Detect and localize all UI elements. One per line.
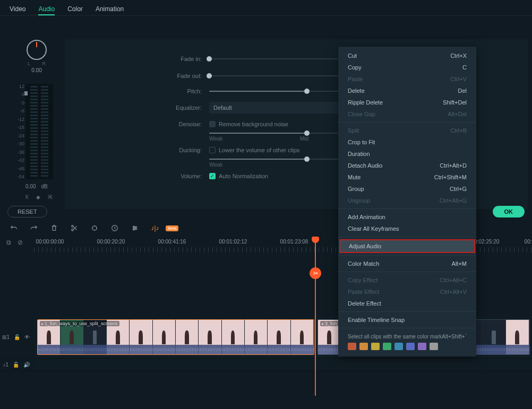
svg-point-4 [133,226,135,228]
tab-color[interactable]: Color [67,5,83,15]
auto-normalize-checkbox[interactable]: ✓ [209,173,216,179]
tick: -48 [16,166,24,171]
split-icon[interactable] [70,224,79,232]
svg-point-6 [133,229,135,230]
pan-knob-area: L R 0.00 [20,40,53,73]
auto-normalize-label: Auto Normalization [219,173,268,179]
crop-icon[interactable] [90,224,99,232]
video-clip-1[interactable]: 1_fun_ways_to_use_split_screens [37,319,314,355]
mute-icon[interactable]: 🔊 [23,362,30,368]
denoise-mid: Mid [300,136,308,142]
lock-icon[interactable]: 🔓 [14,334,20,340]
meter-bar-l [30,86,38,177]
skip-end-icon[interactable]: Ж [48,194,53,200]
ctx-mute[interactable]: MuteCtrl+Shift+M [338,171,476,183]
tick: -36 [16,150,24,155]
swatch[interactable] [348,343,356,350]
link-icon[interactable]: ⊘ [18,239,23,246]
track-label: ⊞1 [2,334,10,340]
playhead-cut-icon[interactable]: ✂ [310,267,321,279]
nest-icon[interactable]: ⧉ [6,239,11,246]
denoise-weak: Weak [209,136,222,142]
ruler-time: 00:01:02:12 [219,239,247,245]
tick: -18 [16,125,24,130]
ruler-time: 00:00:00:00 [36,239,64,245]
panel-tabs: Video Audio Color Animation [0,0,532,16]
tab-animation[interactable]: Animation [96,5,124,15]
tick: -24 [16,133,24,138]
undo-icon[interactable] [10,224,18,232]
context-menu: CutCtrl+X CopyC PasteCtrl+V DeleteDel Ri… [338,47,476,356]
ctx-copy-effect: Copy EffectCtrl+Alt+C [338,274,476,286]
ctx-crop-fit[interactable]: Crop to Fit [338,136,476,148]
swatch[interactable] [418,343,426,350]
speed-icon[interactable] [110,224,119,232]
ctx-enable-snap[interactable]: Enable Timeline Snap [338,314,476,326]
ctx-copy[interactable]: CopyC [338,62,476,73]
tick: -42 [16,158,24,163]
meter-ticks: 12 6 0 -6 -12 -18 -24 -30 -36 -42 -48 -5… [16,84,25,179]
playhead[interactable]: ✂ [315,237,316,396]
tick: 6 [16,92,24,97]
ruler-time: 00:00:41:16 [158,239,186,245]
swatch[interactable] [406,343,415,350]
swatch[interactable] [371,343,380,350]
delete-icon[interactable] [50,224,58,232]
keyframe-icon[interactable]: ◆ [36,194,40,200]
tick: -30 [16,141,24,146]
ctx-detach-audio[interactable]: Detach AudioCtrl+Alt+D [338,160,476,171]
ruler-time: 00:00:20:20 [97,239,125,245]
pan-value: 0.00 [20,67,53,73]
ctx-ungroup: UngroupCtrl+Alt+G [338,195,476,206]
lock-icon[interactable]: 🔓 [13,362,19,368]
ctx-adjust-audio[interactable]: Adjust Audio [339,239,475,253]
ctx-duration[interactable]: Duration [338,148,476,160]
ctx-color-match[interactable]: Color MatchAlt+M [338,258,476,269]
ducking-weak: Weak [209,162,222,168]
denoise-check-label: Remove background noise [219,121,288,127]
meter-bars[interactable] [25,84,53,179]
ctx-clear-keyframes[interactable]: Clear All Keyframes [338,223,476,234]
volume-label: Volume: [173,173,202,179]
swatch[interactable] [430,343,438,350]
pitch-label: Pitch: [173,88,202,94]
visibility-icon[interactable]: 👁 [24,334,30,340]
redo-icon[interactable] [30,224,38,232]
meter-value: 0.00 [25,184,36,189]
ctx-delete-effect[interactable]: Delete Effect [338,298,476,309]
level-meter: 12 6 0 -6 -12 -18 -24 -30 -36 -42 -48 -5… [16,84,53,179]
ducking-checkbox[interactable] [209,147,216,153]
color-swatches [338,342,476,353]
audio-track-body[interactable] [34,359,532,371]
reset-button[interactable]: RESET [7,206,47,217]
ctx-delete[interactable]: DeleteDel [338,85,476,97]
tick: 0 [16,100,24,106]
svg-point-5 [135,228,136,229]
swatch[interactable] [383,343,391,350]
ok-button[interactable]: OK [493,206,525,217]
ducking-check-label: Lower the volume of other clips [219,147,299,153]
tick: -54 [16,174,24,179]
equalizer-label: Equalizer: [173,105,202,111]
audio-icon[interactable]: ♪|♪ [151,224,159,232]
swatch[interactable] [359,343,368,350]
settings-icon[interactable] [131,224,139,232]
denoise-checkbox[interactable] [209,121,216,127]
ctx-cut[interactable]: CutCtrl+X [338,50,476,62]
denoise-label: Denoise: [173,121,202,127]
ctx-ripple-delete[interactable]: Ripple DeleteShift+Del [338,97,476,108]
svg-point-1 [72,229,74,231]
fade-in-label: Fade in: [173,56,202,62]
skip-start-icon[interactable]: К [25,194,29,200]
ruler-time: 00:02:46:16 [525,239,532,245]
tab-audio[interactable]: Audio [38,5,55,15]
beta-badge: Beta [166,225,178,231]
tab-video[interactable]: Video [10,5,25,15]
tick: -12 [16,117,24,122]
swatch[interactable] [394,343,403,350]
pan-knob[interactable] [27,40,47,60]
ctx-add-animation[interactable]: Add Animation [338,211,476,223]
ctx-group[interactable]: GroupCtrl+G [338,183,476,195]
ducking-label: Ducking: [173,147,202,153]
pan-r-label: R [42,61,46,66]
